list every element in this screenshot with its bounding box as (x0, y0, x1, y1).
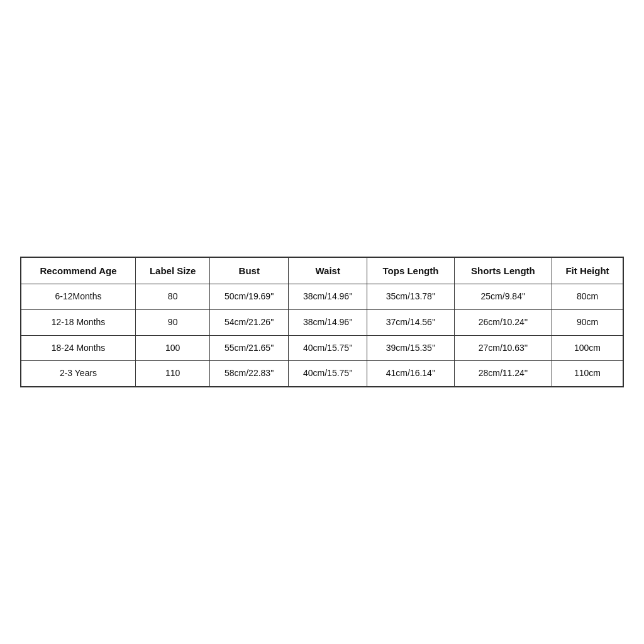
cell-waist: 40cm/15.75'' (289, 335, 367, 361)
header-fit-height: Fit Height (552, 257, 623, 284)
cell-bust: 55cm/21.65'' (210, 335, 289, 361)
cell-age: 2-3 Years (21, 361, 136, 387)
cell-bust: 58cm/22.83'' (210, 361, 289, 387)
cell-fit_height: 100cm (552, 335, 623, 361)
cell-label_size: 90 (136, 309, 210, 335)
header-waist: Waist (289, 257, 367, 284)
cell-label_size: 80 (136, 284, 210, 310)
cell-age: 12-18 Months (21, 309, 136, 335)
header-shorts-length: Shorts Length (454, 257, 552, 284)
cell-tops_length: 37cm/14.56'' (367, 309, 455, 335)
table-row: 2-3 Years11058cm/22.83''40cm/15.75''41cm… (21, 361, 623, 387)
header-recommend-age: Recommend Age (21, 257, 136, 284)
cell-waist: 38cm/14.96'' (289, 309, 367, 335)
cell-waist: 38cm/14.96'' (289, 284, 367, 310)
cell-fit_height: 90cm (552, 309, 623, 335)
cell-label_size: 110 (136, 361, 210, 387)
cell-bust: 50cm/19.69'' (210, 284, 289, 310)
table-row: 6-12Months8050cm/19.69''38cm/14.96''35cm… (21, 284, 623, 310)
cell-age: 18-24 Months (21, 335, 136, 361)
cell-waist: 40cm/15.75'' (289, 361, 367, 387)
cell-label_size: 100 (136, 335, 210, 361)
cell-tops_length: 39cm/15.35'' (367, 335, 455, 361)
cell-fit_height: 80cm (552, 284, 623, 310)
table-row: 12-18 Months9054cm/21.26''38cm/14.96''37… (21, 309, 623, 335)
cell-fit_height: 110cm (552, 361, 623, 387)
cell-tops_length: 35cm/13.78'' (367, 284, 455, 310)
cell-shorts_length: 28cm/11.24'' (454, 361, 552, 387)
header-tops-length: Tops Length (367, 257, 455, 284)
cell-bust: 54cm/21.26'' (210, 309, 289, 335)
cell-shorts_length: 27cm/10.63'' (454, 335, 552, 361)
size-chart-container: Recommend Age Label Size Bust Waist Tops… (20, 257, 624, 387)
header-label-size: Label Size (136, 257, 210, 284)
cell-age: 6-12Months (21, 284, 136, 310)
cell-shorts_length: 25cm/9.84'' (454, 284, 552, 310)
header-bust: Bust (210, 257, 289, 284)
cell-tops_length: 41cm/16.14'' (367, 361, 455, 387)
table-header-row: Recommend Age Label Size Bust Waist Tops… (21, 257, 623, 284)
cell-shorts_length: 26cm/10.24'' (454, 309, 552, 335)
size-chart-table: Recommend Age Label Size Bust Waist Tops… (20, 257, 624, 387)
table-row: 18-24 Months10055cm/21.65''40cm/15.75''3… (21, 335, 623, 361)
